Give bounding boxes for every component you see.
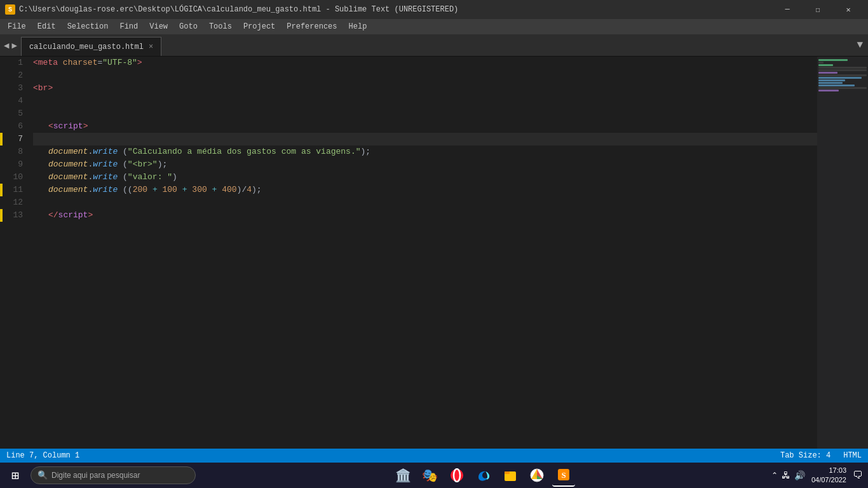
line-num-4: 4 bbox=[3, 95, 29, 107]
tab-bar: ◀ ▶ calculando_meu_gasto.html × ▼ bbox=[0, 34, 868, 57]
svg-text:S: S bbox=[561, 470, 566, 480]
cursor-position: Line 7, Column 1 bbox=[6, 451, 79, 460]
close-button[interactable]: ✕ bbox=[834, 0, 863, 19]
code-line-2 bbox=[33, 69, 817, 82]
menu-edit[interactable]: Edit bbox=[32, 21, 61, 32]
menu-project[interactable]: Project bbox=[238, 21, 280, 32]
code-line-8: document.write ("Calculando a média dos … bbox=[33, 146, 817, 158]
syntax-label: HTML bbox=[843, 451, 862, 460]
clock: 17:03 04/07/2022 bbox=[811, 466, 846, 485]
maximize-button[interactable]: ☐ bbox=[803, 0, 832, 19]
menu-goto[interactable]: Goto bbox=[174, 21, 203, 32]
minimap bbox=[817, 57, 868, 449]
menu-help[interactable]: Help bbox=[344, 21, 372, 32]
line-num-10: 10 bbox=[3, 171, 29, 184]
svg-point-0 bbox=[451, 469, 463, 482]
line-num-5: 5 bbox=[3, 107, 29, 120]
minimap-content bbox=[817, 57, 868, 95]
code-line-1: <meta charset="UTF-8"> bbox=[33, 57, 817, 69]
code-editor[interactable]: <meta charset="UTF-8"> <br> <script> doc… bbox=[29, 57, 817, 449]
line-num-8: 8 bbox=[3, 146, 29, 158]
title-bar-left: S C:\Users\douglas-rose.erc\Desktop\LÓGI… bbox=[5, 4, 458, 15]
taskbar-right: ⌃ 🖧 🔊 17:03 04/07/2022 🗨 bbox=[771, 466, 863, 485]
status-bar: Line 7, Column 1 Tab Size: 4 HTML bbox=[0, 449, 868, 463]
title-bar: S C:\Users\douglas-rose.erc\Desktop\LÓGI… bbox=[0, 0, 868, 19]
code-line-4 bbox=[33, 95, 817, 107]
taskbar-left: ⊞ 🔍 Digite aqui para pesquisar bbox=[5, 465, 196, 485]
menu-file[interactable]: File bbox=[3, 21, 31, 32]
mini-line-11 bbox=[818, 85, 855, 86]
mini-line-2 bbox=[818, 62, 824, 64]
code-line-10: document.write ("valor: ") bbox=[33, 171, 817, 184]
menu-tools[interactable]: Tools bbox=[204, 21, 237, 32]
code-line-3: <br> bbox=[33, 82, 817, 95]
line-num-2: 2 bbox=[3, 69, 29, 82]
tab-nav-icons: ◀ ▶ bbox=[0, 34, 21, 56]
line-num-11: 11 bbox=[3, 184, 29, 196]
search-text: Digite aqui para pesquisar bbox=[51, 471, 140, 480]
mini-line-4 bbox=[818, 67, 867, 69]
taskbar-app-chrome[interactable] bbox=[526, 464, 548, 487]
mini-line-12 bbox=[818, 87, 867, 89]
menu-find[interactable]: Find bbox=[114, 21, 143, 32]
time-display: 17:03 bbox=[811, 466, 846, 475]
taskbar-app-edge[interactable] bbox=[472, 464, 495, 487]
volume-icon[interactable]: 🔊 bbox=[794, 470, 805, 480]
start-button[interactable]: ⊞ bbox=[5, 465, 25, 485]
line-num-1: 1 bbox=[3, 57, 29, 69]
taskbar-app-opera[interactable] bbox=[445, 464, 468, 487]
code-line-6: <script> bbox=[33, 120, 817, 133]
search-icon: 🔍 bbox=[37, 470, 48, 480]
menu-view[interactable]: View bbox=[144, 21, 173, 32]
mini-line-13 bbox=[818, 90, 839, 92]
code-line-7 bbox=[33, 133, 817, 146]
search-bar[interactable]: 🔍 Digite aqui para pesquisar bbox=[31, 466, 196, 484]
menu-preferences[interactable]: Preferences bbox=[281, 21, 342, 32]
code-line-13: </script> bbox=[33, 209, 817, 222]
mini-line-8 bbox=[818, 77, 862, 79]
mini-line-7 bbox=[818, 74, 867, 76]
app-icon: S bbox=[5, 4, 15, 15]
status-right: Tab Size: 4 HTML bbox=[780, 451, 862, 460]
code-line-9: document.write ("<br>"); bbox=[33, 158, 817, 171]
mini-line-1 bbox=[818, 59, 848, 61]
line-num-6: 6 bbox=[3, 120, 29, 133]
system-icons: ⌃ 🖧 🔊 bbox=[771, 470, 805, 480]
line-num-13: 13 bbox=[3, 209, 29, 222]
svg-rect-3 bbox=[505, 471, 510, 474]
menu-bar: File Edit Selection Find View Goto Tools… bbox=[0, 19, 868, 34]
taskbar-app-files[interactable] bbox=[499, 464, 522, 487]
notification-icon[interactable]: 🗨 bbox=[853, 470, 863, 481]
code-line-11: document.write ((200 + 100 + 300 + 400 )… bbox=[33, 184, 817, 196]
menu-selection[interactable]: Selection bbox=[62, 21, 114, 32]
editor-area: 1 2 3 4 5 6 7 8 9 10 11 12 13 <meta char… bbox=[0, 57, 868, 449]
taskbar-app-unknown[interactable]: 🎭 bbox=[419, 464, 442, 487]
line-num-12: 12 bbox=[3, 196, 29, 209]
chevron-up-icon[interactable]: ⌃ bbox=[771, 471, 778, 480]
code-line-12 bbox=[33, 196, 817, 209]
tab-calculando[interactable]: calculando_meu_gasto.html × bbox=[21, 37, 161, 56]
taskbar-app-bank[interactable]: 🏛️ bbox=[392, 464, 415, 487]
line-numbers: 1 2 3 4 5 6 7 8 9 10 11 12 13 bbox=[3, 57, 29, 449]
mini-line-10 bbox=[818, 82, 843, 84]
tab-close-button[interactable]: × bbox=[149, 43, 153, 51]
mini-line-3 bbox=[818, 64, 833, 66]
windows-icon: ⊞ bbox=[11, 468, 19, 484]
line-num-7: 7 bbox=[3, 133, 29, 146]
line-num-9: 9 bbox=[3, 158, 29, 171]
taskbar: ⊞ 🔍 Digite aqui para pesquisar 🏛️ 🎭 S ⌃ … bbox=[0, 463, 868, 488]
tab-next-icon[interactable]: ▶ bbox=[11, 40, 17, 51]
mini-line-9 bbox=[818, 79, 845, 81]
tab-list-icon[interactable]: ▼ bbox=[851, 34, 868, 56]
mini-line-6 bbox=[818, 72, 837, 74]
mini-line-5 bbox=[818, 69, 867, 71]
taskbar-center: 🏛️ 🎭 S bbox=[392, 464, 575, 487]
window-controls: ─ ☐ ✕ bbox=[773, 0, 863, 19]
network-icon: 🖧 bbox=[782, 470, 790, 480]
date-display: 04/07/2022 bbox=[811, 475, 846, 485]
taskbar-app-sublime[interactable]: S bbox=[552, 464, 575, 487]
minimize-button[interactable]: ─ bbox=[773, 0, 802, 19]
tab-prev-icon[interactable]: ◀ bbox=[4, 40, 9, 51]
tab-label: calculando_meu_gasto.html bbox=[29, 43, 144, 51]
code-line-5 bbox=[33, 107, 817, 120]
